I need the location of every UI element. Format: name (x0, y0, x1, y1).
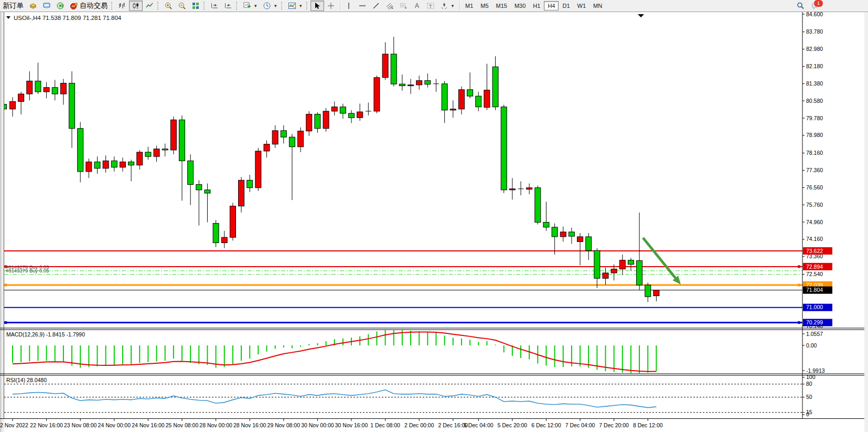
search-icon (796, 2, 805, 10)
rsi-tick-label: 0 (806, 411, 809, 417)
chat-unread-badge: 1 (813, 0, 823, 7)
cursor-button[interactable] (310, 1, 324, 11)
timeframe-m15[interactable]: M15 (492, 1, 511, 10)
trendline-button[interactable] (369, 1, 383, 11)
time-tick-label: 8 Dec 12:00 (633, 422, 663, 428)
candle (289, 137, 295, 146)
period-clock-icon (263, 2, 271, 10)
timeframe-m1[interactable]: M1 (462, 1, 477, 10)
chart-canvas[interactable]: #8149278 Buy 0.05#8149279 Buy 0.05USOil-… (0, 12, 868, 432)
new-chart-icon (243, 2, 251, 10)
candle (450, 109, 456, 110)
candle (637, 261, 642, 285)
candle (120, 162, 125, 167)
macd-tick-label: -1.9913 (806, 367, 825, 374)
horizontal-line-button[interactable] (356, 1, 369, 11)
candle (264, 144, 270, 151)
price-tick-label: 72.540 (806, 271, 823, 277)
fibo-channel-button[interactable]: E (383, 1, 397, 11)
vertical-line-button[interactable] (342, 1, 356, 11)
new-order-icon (29, 2, 37, 10)
candlestick-chart-button[interactable] (129, 1, 143, 11)
signals-button[interactable] (53, 1, 67, 11)
bar-chart-button[interactable] (115, 1, 129, 11)
line-chart-button[interactable] (143, 1, 156, 11)
auto-scroll-icon (210, 2, 219, 10)
candle (560, 232, 566, 237)
candle (349, 113, 355, 118)
new-order-icon-button[interactable] (26, 1, 40, 11)
candle (619, 260, 625, 269)
candle (272, 131, 278, 144)
candle (628, 260, 634, 265)
line-anchor-marker[interactable] (5, 321, 7, 324)
chat-button[interactable]: 1 (811, 2, 820, 10)
line-chart-icon (145, 2, 154, 10)
candle (603, 273, 608, 278)
timeframe-h4[interactable]: H4 (544, 1, 559, 10)
terminal-button[interactable] (40, 1, 53, 11)
candle (611, 269, 617, 273)
search-button[interactable] (794, 1, 807, 11)
candle (213, 223, 219, 243)
price-badge-label: 73.622 (806, 248, 823, 254)
toolbar: 新订单 自动交易 ▼ ▼ ▼ E F A T (0, 0, 868, 12)
timeframe-h1[interactable]: H1 (529, 1, 544, 10)
timeframe-d1[interactable]: D1 (559, 1, 573, 10)
tile-windows-button[interactable] (189, 1, 202, 11)
price-tick-label: 74.960 (806, 219, 823, 225)
timeframe-m5[interactable]: M5 (477, 1, 492, 10)
toolbar-grip (281, 2, 284, 10)
price-badge-label: 72.894 (806, 264, 823, 270)
candle (103, 161, 109, 168)
period-clock-button[interactable]: ▼ (260, 1, 280, 11)
text-button[interactable]: A (410, 1, 424, 11)
chart-background (0, 12, 868, 432)
chart-shift-button[interactable] (221, 1, 235, 11)
candle (535, 188, 541, 223)
chart-shift-icon (224, 2, 232, 10)
indicators-button[interactable]: ▼ (285, 1, 305, 11)
time-tick-label: 22 Nov 16:00 (30, 422, 63, 428)
price-badge-label: 71.000 (806, 304, 823, 310)
candle (239, 180, 244, 206)
candle (78, 129, 83, 172)
line-anchor-marker[interactable] (5, 284, 7, 287)
fibo-retracement-button[interactable]: F (397, 1, 410, 11)
svg-text:T: T (429, 4, 432, 9)
candle (247, 180, 253, 187)
timeframe-m30[interactable]: M30 (511, 1, 529, 10)
timeframe-w1[interactable]: W1 (574, 1, 590, 10)
line-anchor-marker[interactable] (798, 284, 800, 287)
candle (111, 161, 117, 167)
candle (52, 88, 58, 94)
order-label: #8149279 Buy 0.05 (6, 268, 49, 273)
auto-scroll-button[interactable] (208, 1, 221, 11)
candle (44, 88, 49, 92)
candle (653, 290, 659, 296)
zoom-in-icon (164, 2, 173, 10)
candle (205, 190, 210, 193)
zoom-in-button[interactable] (162, 1, 175, 11)
timeframe-mn[interactable]: MN (590, 1, 606, 10)
new-order-button[interactable]: 新订单 (0, 1, 26, 11)
line-anchor-marker[interactable] (798, 321, 800, 324)
candle (94, 162, 100, 168)
horizontal-line-icon (358, 2, 367, 10)
candle (69, 83, 75, 128)
time-tick-label: 25 Nov 08:00 (166, 422, 199, 428)
time-tick-label: 28 Nov 16:00 (233, 422, 266, 428)
text-label-button[interactable]: T (424, 1, 437, 11)
macd-tick-label: 0.00 (806, 342, 817, 349)
price-tick-label: 82.180 (806, 63, 823, 69)
shapes-button[interactable]: ▼ (437, 1, 457, 11)
zoom-out-button[interactable] (175, 1, 189, 11)
candle (331, 107, 337, 111)
new-chart-button[interactable]: ▼ (240, 1, 260, 11)
candle (145, 152, 151, 156)
line-anchor-marker[interactable] (798, 265, 800, 268)
auto-trading-button[interactable]: 自动交易 (67, 1, 110, 11)
candle (552, 227, 558, 237)
price-tick-label: 78.980 (806, 132, 823, 138)
crosshair-button[interactable] (324, 1, 338, 11)
